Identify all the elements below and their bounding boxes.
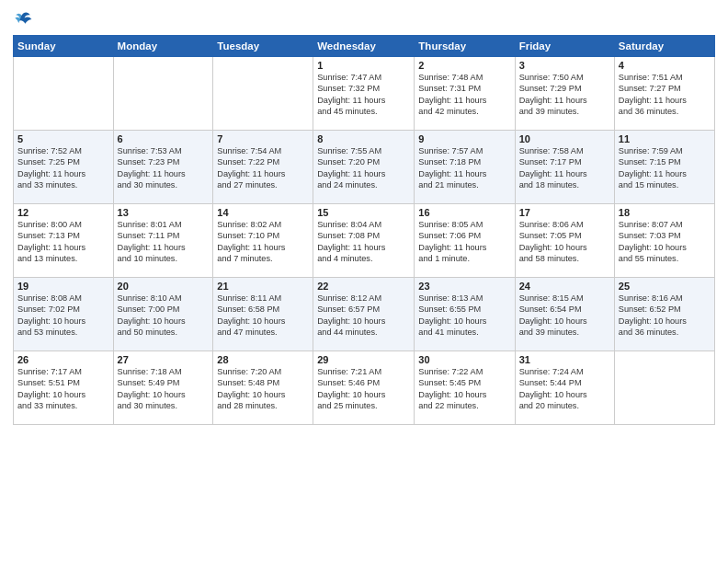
day-info: Sunrise: 7:20 AM Sunset: 5:48 PM Dayligh… bbox=[217, 366, 309, 412]
day-number: 26 bbox=[17, 354, 109, 365]
calendar-week-1: 1Sunrise: 7:47 AM Sunset: 7:32 PM Daylig… bbox=[14, 57, 715, 131]
day-number: 20 bbox=[118, 281, 210, 292]
calendar-cell bbox=[213, 57, 313, 131]
calendar-header-tuesday: Tuesday bbox=[213, 36, 313, 57]
day-number: 21 bbox=[217, 281, 309, 292]
day-number: 17 bbox=[519, 207, 610, 218]
header-row: SundayMondayTuesdayWednesdayThursdayFrid… bbox=[14, 36, 715, 57]
day-info: Sunrise: 8:04 AM Sunset: 7:08 PM Dayligh… bbox=[317, 219, 410, 265]
day-number: 30 bbox=[418, 354, 510, 365]
day-info: Sunrise: 8:16 AM Sunset: 6:52 PM Dayligh… bbox=[619, 293, 711, 339]
day-info: Sunrise: 7:52 AM Sunset: 7:25 PM Dayligh… bbox=[17, 145, 109, 191]
calendar-cell: 20Sunrise: 8:10 AM Sunset: 7:00 PM Dayli… bbox=[113, 278, 213, 351]
day-number: 14 bbox=[217, 207, 309, 218]
day-info: Sunrise: 8:12 AM Sunset: 6:57 PM Dayligh… bbox=[317, 293, 410, 339]
calendar-cell: 3Sunrise: 7:50 AM Sunset: 7:29 PM Daylig… bbox=[515, 57, 614, 131]
calendar-cell: 21Sunrise: 8:11 AM Sunset: 6:58 PM Dayli… bbox=[213, 278, 313, 351]
calendar-cell: 6Sunrise: 7:53 AM Sunset: 7:23 PM Daylig… bbox=[113, 131, 213, 204]
day-number: 23 bbox=[418, 281, 510, 292]
day-info: Sunrise: 7:55 AM Sunset: 7:20 PM Dayligh… bbox=[317, 145, 410, 191]
day-info: Sunrise: 7:54 AM Sunset: 7:22 PM Dayligh… bbox=[217, 145, 309, 191]
calendar-cell: 2Sunrise: 7:48 AM Sunset: 7:31 PM Daylig… bbox=[415, 57, 515, 131]
day-number: 28 bbox=[217, 354, 309, 365]
calendar-header-thursday: Thursday bbox=[415, 36, 515, 57]
day-number: 25 bbox=[619, 281, 711, 292]
header bbox=[13, 9, 715, 29]
calendar-cell: 9Sunrise: 7:57 AM Sunset: 7:18 PM Daylig… bbox=[415, 131, 515, 204]
day-number: 9 bbox=[418, 133, 510, 144]
calendar-cell: 27Sunrise: 7:18 AM Sunset: 5:49 PM Dayli… bbox=[113, 351, 213, 425]
calendar-header-monday: Monday bbox=[113, 36, 213, 57]
day-number: 24 bbox=[519, 281, 610, 292]
calendar-week-3: 12Sunrise: 8:00 AM Sunset: 7:13 PM Dayli… bbox=[14, 204, 715, 278]
day-info: Sunrise: 8:02 AM Sunset: 7:10 PM Dayligh… bbox=[217, 219, 309, 265]
logo-icon bbox=[13, 9, 33, 29]
calendar-cell bbox=[614, 351, 714, 425]
day-info: Sunrise: 7:22 AM Sunset: 5:45 PM Dayligh… bbox=[418, 366, 510, 412]
calendar-header-saturday: Saturday bbox=[614, 36, 714, 57]
day-info: Sunrise: 8:11 AM Sunset: 6:58 PM Dayligh… bbox=[217, 293, 309, 339]
calendar-cell: 19Sunrise: 8:08 AM Sunset: 7:02 PM Dayli… bbox=[14, 278, 114, 351]
day-number: 16 bbox=[418, 207, 510, 218]
day-info: Sunrise: 8:10 AM Sunset: 7:00 PM Dayligh… bbox=[118, 293, 210, 339]
day-number: 18 bbox=[619, 207, 711, 218]
calendar-cell: 10Sunrise: 7:58 AM Sunset: 7:17 PM Dayli… bbox=[515, 131, 614, 204]
calendar-table: SundayMondayTuesdayWednesdayThursdayFrid… bbox=[13, 35, 715, 425]
day-info: Sunrise: 8:13 AM Sunset: 6:55 PM Dayligh… bbox=[418, 293, 510, 339]
calendar-header-wednesday: Wednesday bbox=[313, 36, 415, 57]
day-number: 11 bbox=[619, 133, 711, 144]
day-number: 31 bbox=[519, 354, 610, 365]
calendar-cell: 13Sunrise: 8:01 AM Sunset: 7:11 PM Dayli… bbox=[113, 204, 213, 278]
calendar-header-sunday: Sunday bbox=[14, 36, 114, 57]
calendar-cell: 28Sunrise: 7:20 AM Sunset: 5:48 PM Dayli… bbox=[213, 351, 313, 425]
day-info: Sunrise: 7:53 AM Sunset: 7:23 PM Dayligh… bbox=[118, 145, 210, 191]
calendar-cell: 18Sunrise: 8:07 AM Sunset: 7:03 PM Dayli… bbox=[614, 204, 714, 278]
day-number: 4 bbox=[619, 60, 711, 71]
calendar-cell: 14Sunrise: 8:02 AM Sunset: 7:10 PM Dayli… bbox=[213, 204, 313, 278]
day-number: 7 bbox=[217, 133, 309, 144]
calendar-week-5: 26Sunrise: 7:17 AM Sunset: 5:51 PM Dayli… bbox=[14, 351, 715, 425]
day-info: Sunrise: 7:18 AM Sunset: 5:49 PM Dayligh… bbox=[118, 366, 210, 412]
calendar-cell: 26Sunrise: 7:17 AM Sunset: 5:51 PM Dayli… bbox=[14, 351, 114, 425]
day-info: Sunrise: 7:50 AM Sunset: 7:29 PM Dayligh… bbox=[519, 72, 610, 118]
day-number: 19 bbox=[17, 281, 109, 292]
calendar-cell: 17Sunrise: 8:06 AM Sunset: 7:05 PM Dayli… bbox=[515, 204, 614, 278]
calendar-cell bbox=[113, 57, 213, 131]
calendar-cell: 22Sunrise: 8:12 AM Sunset: 6:57 PM Dayli… bbox=[313, 278, 415, 351]
page: SundayMondayTuesdayWednesdayThursdayFrid… bbox=[0, 0, 728, 563]
day-number: 12 bbox=[17, 207, 109, 218]
day-number: 27 bbox=[118, 354, 210, 365]
calendar-cell: 15Sunrise: 8:04 AM Sunset: 7:08 PM Dayli… bbox=[313, 204, 415, 278]
day-number: 6 bbox=[118, 133, 210, 144]
day-info: Sunrise: 7:51 AM Sunset: 7:27 PM Dayligh… bbox=[619, 72, 711, 118]
day-number: 5 bbox=[17, 133, 109, 144]
day-info: Sunrise: 8:06 AM Sunset: 7:05 PM Dayligh… bbox=[519, 219, 610, 265]
calendar-cell: 8Sunrise: 7:55 AM Sunset: 7:20 PM Daylig… bbox=[313, 131, 415, 204]
calendar-cell bbox=[14, 57, 114, 131]
calendar-cell: 24Sunrise: 8:15 AM Sunset: 6:54 PM Dayli… bbox=[515, 278, 614, 351]
calendar-header-friday: Friday bbox=[515, 36, 614, 57]
day-info: Sunrise: 7:59 AM Sunset: 7:15 PM Dayligh… bbox=[619, 145, 711, 191]
day-number: 22 bbox=[317, 281, 410, 292]
calendar-cell: 23Sunrise: 8:13 AM Sunset: 6:55 PM Dayli… bbox=[415, 278, 515, 351]
day-info: Sunrise: 7:47 AM Sunset: 7:32 PM Dayligh… bbox=[317, 72, 410, 118]
day-info: Sunrise: 8:01 AM Sunset: 7:11 PM Dayligh… bbox=[118, 219, 210, 265]
calendar-cell: 12Sunrise: 8:00 AM Sunset: 7:13 PM Dayli… bbox=[14, 204, 114, 278]
calendar-cell: 29Sunrise: 7:21 AM Sunset: 5:46 PM Dayli… bbox=[313, 351, 415, 425]
day-number: 8 bbox=[317, 133, 410, 144]
day-info: Sunrise: 8:15 AM Sunset: 6:54 PM Dayligh… bbox=[519, 293, 610, 339]
calendar-cell: 11Sunrise: 7:59 AM Sunset: 7:15 PM Dayli… bbox=[614, 131, 714, 204]
calendar-week-4: 19Sunrise: 8:08 AM Sunset: 7:02 PM Dayli… bbox=[14, 278, 715, 351]
calendar-week-2: 5Sunrise: 7:52 AM Sunset: 7:25 PM Daylig… bbox=[14, 131, 715, 204]
day-info: Sunrise: 7:17 AM Sunset: 5:51 PM Dayligh… bbox=[17, 366, 109, 412]
day-info: Sunrise: 7:48 AM Sunset: 7:31 PM Dayligh… bbox=[418, 72, 510, 118]
calendar-cell: 30Sunrise: 7:22 AM Sunset: 5:45 PM Dayli… bbox=[415, 351, 515, 425]
day-info: Sunrise: 8:00 AM Sunset: 7:13 PM Dayligh… bbox=[17, 219, 109, 265]
day-number: 1 bbox=[317, 60, 410, 71]
day-number: 10 bbox=[519, 133, 610, 144]
day-number: 3 bbox=[519, 60, 610, 71]
day-number: 29 bbox=[317, 354, 410, 365]
day-info: Sunrise: 7:21 AM Sunset: 5:46 PM Dayligh… bbox=[317, 366, 410, 412]
day-info: Sunrise: 8:08 AM Sunset: 7:02 PM Dayligh… bbox=[17, 293, 109, 339]
day-info: Sunrise: 7:58 AM Sunset: 7:17 PM Dayligh… bbox=[519, 145, 610, 191]
